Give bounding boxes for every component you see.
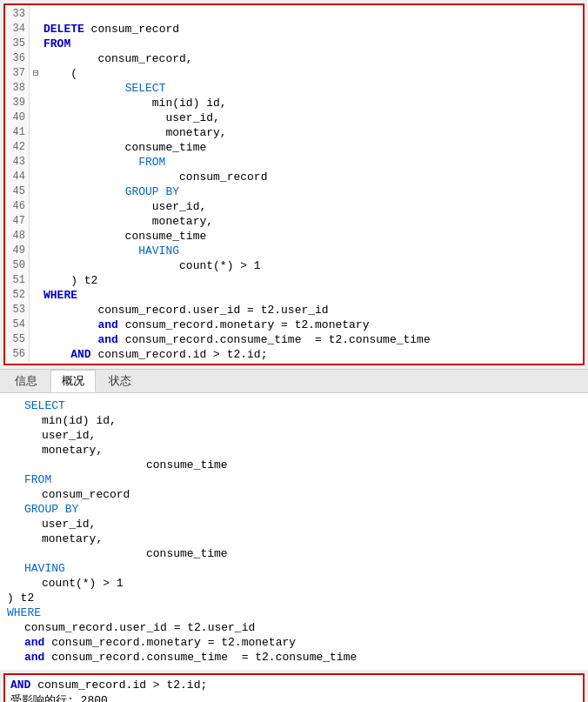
fold-icon-37[interactable]: ⊟ [33, 66, 43, 81]
code-line-38: 38 SELECT [5, 81, 583, 96]
tab-status[interactable]: 状态 [97, 370, 143, 392]
bottom-line-10: ) t2 [7, 591, 581, 605]
bottom-line-having: HAVING [7, 561, 581, 576]
bottom-line-3: monetary, [7, 443, 581, 458]
code-line-36: 36 consum_record, [5, 51, 583, 66]
code-line-52: 52 WHERE [5, 288, 583, 303]
code-line-33: 33 [5, 7, 583, 22]
code-line-53: 53 consum_record.user_id = t2.user_id [5, 303, 583, 318]
bottom-line-4: consume_time [7, 458, 581, 472]
code-line-51: 51 ) t2 [5, 273, 583, 288]
bottom-line-8: consume_time [7, 546, 581, 561]
bottom-line-6: user_id, [7, 517, 581, 532]
code-line-56: 56 AND consum_record.id > t2.id; [5, 347, 583, 362]
bottom-line-13: and consum_record.consume_time = t2.cons… [7, 650, 581, 665]
sql-editor-top[interactable]: 33 34 DELETE consum_record 35 FROM 36 co… [5, 7, 583, 362]
bottom-line-5: consum_record [7, 487, 581, 502]
top-code-panel: 33 34 DELETE consum_record 35 FROM 36 co… [3, 3, 585, 365]
code-line-37: 37 ⊟ ( [5, 66, 583, 81]
code-line-45: 45 GROUP BY [5, 184, 583, 199]
code-line-35: 35 FROM [5, 37, 583, 51]
tab-info[interactable]: 信息 [3, 370, 49, 392]
code-line-44: 44 consum_record [5, 170, 583, 184]
bottom-line-where: WHERE [7, 605, 581, 620]
code-line-50: 50 count(*) > 1 [5, 258, 583, 273]
code-line-48: 48 consume_time [5, 229, 583, 244]
bottom-panel: SELECT min(id) id, user_id, monetary, co… [0, 393, 588, 670]
bottom-line-9: count(*) > 1 [7, 576, 581, 591]
code-line-42: 42 consume_time [5, 140, 583, 155]
code-line-41: 41 monetary, [5, 125, 583, 140]
bottom-line-from: FROM [7, 472, 581, 487]
result-line-1: AND consum_record.id > t2.id; [10, 678, 578, 693]
result-affected-rows: 受影响的行: 2800 [10, 693, 578, 702]
code-line-40: 40 user_id, [5, 110, 583, 125]
bottom-line-groupby: GROUP BY [7, 502, 581, 517]
code-line-39: 39 min(id) id, [5, 96, 583, 110]
bottom-line-7: monetary, [7, 532, 581, 546]
code-line-49: 49 HAVING [5, 244, 583, 258]
bottom-line-1: min(id) id, [7, 413, 581, 428]
code-line-47: 47 monetary, [5, 214, 583, 229]
bottom-sql-content: SELECT min(id) id, user_id, monetary, co… [7, 397, 581, 666]
bottom-line-12: and consum_record.monetary = t2.monetary [7, 635, 581, 650]
bottom-line-11: consum_record.user_id = t2.user_id [7, 620, 581, 635]
code-line-34: 34 DELETE consum_record [5, 22, 583, 37]
code-line-54: 54 and consum_record.monetary = t2.monet… [5, 318, 583, 332]
bottom-line-select: SELECT [7, 398, 581, 413]
code-line-43: 43 FROM [5, 155, 583, 170]
code-line-55: 55 and consum_record.consume_time = t2.c… [5, 332, 583, 347]
code-line-46: 46 user_id, [5, 199, 583, 214]
bottom-line-2: user_id, [7, 428, 581, 443]
result-box: AND consum_record.id > t2.id; 受影响的行: 280… [3, 673, 585, 702]
tabs-bar: 信息 概况 状态 [0, 369, 588, 393]
tab-overview[interactable]: 概况 [50, 370, 96, 392]
